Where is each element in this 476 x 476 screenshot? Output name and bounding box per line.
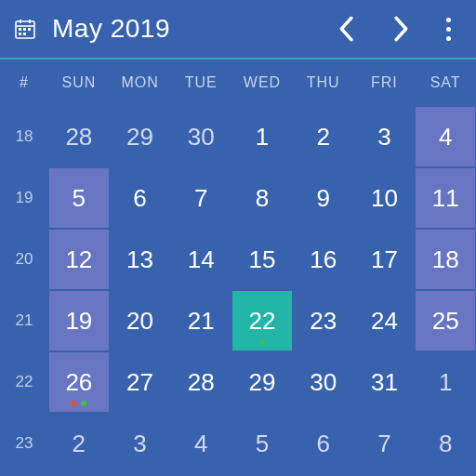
overflow-menu-button[interactable] [430,6,467,52]
calendar-day[interactable]: 15 [232,230,292,289]
calendar-day[interactable]: 26 [49,352,109,412]
calendar-day[interactable]: 2 [49,414,109,473]
prev-month-button[interactable] [318,6,374,52]
event-indicators [71,401,86,406]
calendar-day[interactable]: 29 [232,352,292,412]
calendar-day[interactable]: 16 [294,230,353,289]
calendar-day[interactable]: 1 [416,352,475,412]
calendar-day[interactable]: 30 [294,352,353,412]
calendar-day[interactable]: 3 [355,107,415,166]
calendar-day[interactable]: 9 [294,168,353,228]
week-number: 21 [0,290,48,351]
calendar-day[interactable]: 20 [111,291,170,350]
day-of-week-header: FRI [354,60,416,106]
calendar-day[interactable]: 6 [294,414,353,473]
calendar-day[interactable]: 5 [232,414,292,473]
day-of-week-header: MON [110,60,171,106]
calendar-day[interactable]: 5 [49,168,109,228]
calendar-day[interactable]: 11 [416,168,475,228]
calendar-day[interactable]: 7 [171,168,231,228]
calendar-day[interactable]: 8 [232,168,292,228]
calendar-day[interactable]: 3 [111,414,170,473]
calendar-day[interactable]: 17 [355,230,415,289]
week-number: 20 [0,229,48,290]
calendar-day[interactable]: 4 [171,414,231,473]
calendar-day[interactable]: 28 [49,107,109,166]
calendar-day[interactable]: 29 [111,107,170,166]
calendar-day[interactable]: 4 [416,107,475,166]
day-of-week-header: SUN [48,60,110,106]
calendar-day[interactable]: 12 [49,230,109,289]
calendar-day[interactable]: 18 [416,230,475,289]
day-of-week-header: TUE [170,60,231,106]
svg-rect-2 [19,28,21,31]
svg-rect-6 [23,33,26,35]
app-header: May 2019 [0,0,476,60]
week-number: 23 [0,413,48,474]
next-month-button[interactable] [374,6,430,52]
page-title[interactable]: May 2019 [52,14,318,44]
calendar-day[interactable]: 23 [294,291,353,350]
calendar-day[interactable]: 1 [232,107,292,166]
svg-rect-4 [28,28,31,31]
calendar-day[interactable]: 24 [355,291,415,350]
calendar-day[interactable]: 14 [171,230,231,289]
calendar-day[interactable]: 19 [49,291,109,350]
week-number-header: # [0,60,48,106]
calendar-day-today[interactable]: 22 [232,291,292,350]
calendar-icon[interactable] [13,17,37,41]
week-number: 19 [0,167,48,229]
calendar-day[interactable]: 8 [416,414,475,473]
week-number: 18 [0,106,48,167]
calendar-day[interactable]: 30 [171,107,231,166]
day-of-week-header: SAT [415,60,476,106]
calendar-day[interactable]: 27 [111,352,170,412]
calendar-day[interactable]: 13 [111,230,170,289]
calendar-day[interactable]: 7 [355,414,415,473]
calendar-day[interactable]: 21 [171,291,231,350]
calendar-day[interactable]: 6 [111,168,170,228]
calendar-grid: #SUNMONTUEWEDTHUFRISAT182829301234195678… [0,60,476,474]
event-indicators [259,339,265,345]
week-number: 22 [0,351,48,413]
vertical-dots-icon [446,18,451,41]
calendar-day[interactable]: 25 [416,291,475,350]
calendar-day[interactable]: 10 [355,168,415,228]
calendar-day[interactable]: 2 [294,107,353,166]
svg-rect-3 [23,28,26,31]
day-of-week-header: WED [231,60,293,106]
calendar-day[interactable]: 28 [171,352,231,412]
svg-rect-5 [19,33,21,35]
calendar-day[interactable]: 31 [355,352,415,412]
day-of-week-header: THU [293,60,354,106]
